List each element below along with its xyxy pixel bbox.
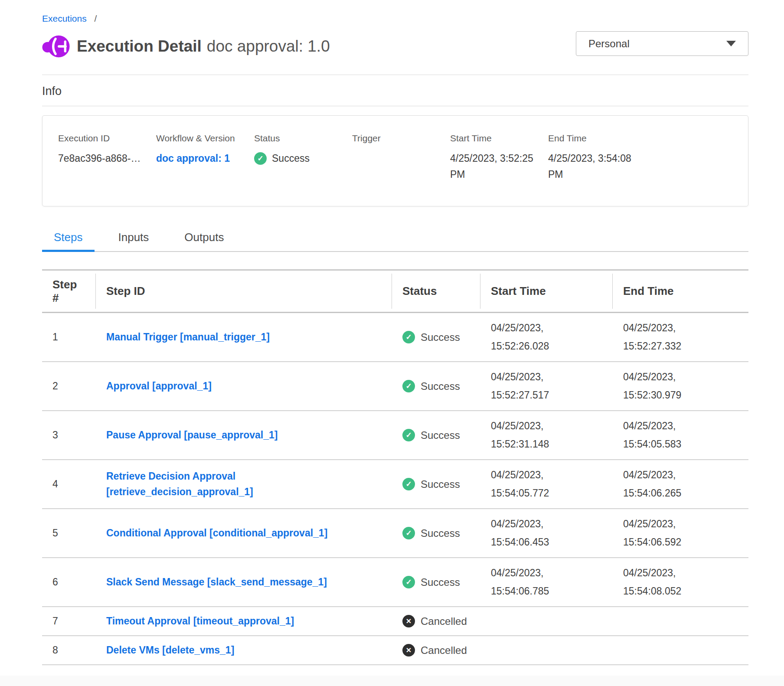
status-cell: ✕Cancelled (392, 639, 480, 662)
header-divider (42, 75, 748, 75)
start-time-cell: 04/25/2023, 15:54:06.453 (480, 510, 613, 556)
table-row: 4Retrieve Decision Approval [retrieve_de… (42, 460, 748, 509)
steps-table-body: 1Manual Trigger [manual_trigger_1]✓Succe… (42, 313, 748, 665)
status-cell: ✕Cancelled (392, 610, 480, 633)
breadcrumb-separator: / (95, 13, 97, 23)
end-time-cell (613, 645, 748, 656)
cancelled-icon: ✕ (402, 644, 415, 657)
info-field-value: 4/25/2023, 3:54:08 PM (548, 150, 646, 183)
end-time-cell: 04/25/2023, 15:54:05.583 (613, 412, 748, 458)
status-text: Cancelled (421, 644, 467, 657)
step-id-cell: Approval [approval_1] (96, 373, 392, 399)
start-time-cell: 04/25/2023, 15:52:31.148 (480, 412, 613, 458)
step-link[interactable]: Manual Trigger [manual_trigger_1] (106, 330, 270, 345)
breadcrumb-link-executions[interactable]: Executions (42, 13, 87, 23)
info-field-trigger: Trigger (352, 133, 450, 183)
start-time-value: 04/25/2023, 15:52:27.517 (491, 368, 568, 404)
end-time-value: 04/25/2023, 15:52:30.979 (623, 368, 700, 404)
status-text: Success (272, 150, 310, 167)
step-id-cell: Manual Trigger [manual_trigger_1] (96, 324, 392, 350)
table-row: 5Conditional Approval [conditional_appro… (42, 509, 748, 558)
breadcrumb: Executions / (42, 13, 748, 24)
status-text: Success (421, 527, 460, 539)
start-time-cell: 04/25/2023, 15:54:06.785 (480, 559, 613, 605)
success-icon: ✓ (254, 152, 267, 165)
end-time-cell: 04/25/2023, 15:54:06.265 (613, 461, 748, 507)
info-field-label: End Time (548, 133, 646, 144)
start-time-cell: 04/25/2023, 15:54:05.772 (480, 461, 613, 507)
end-time-value: 04/25/2023, 15:52:27.332 (623, 319, 700, 355)
step-id-cell: Conditional Approval [conditional_approv… (96, 520, 392, 546)
status-cell: ✓Success (392, 424, 480, 447)
end-time-value: 04/25/2023, 15:54:05.583 (623, 417, 700, 453)
execution-detail-page: Executions / Execution Detaildoc approva… (0, 0, 784, 665)
info-field-value: 4/25/2023, 3:52:25 PM (450, 150, 548, 183)
column-header-step: Step # (42, 271, 96, 312)
steps-table-header: Step #Step IDStatusStart TimeEnd Time (42, 271, 748, 313)
step-number: 2 (42, 375, 96, 397)
footer-strip (0, 676, 784, 686)
step-id-cell: Timeout Approval [timeout_approval_1] (96, 608, 392, 634)
info-field-workflow-version: Workflow & Versiondoc approval: 1 (156, 133, 254, 183)
step-number: 5 (42, 522, 96, 544)
cancelled-icon: ✕ (402, 615, 415, 627)
tab-inputs[interactable]: Inputs (107, 231, 161, 251)
step-number: 6 (42, 571, 96, 593)
column-header-start-time: Start Time (480, 271, 613, 312)
info-field-execution-id: Execution ID7e8ac396-a868-… (58, 133, 156, 183)
end-time-cell: 04/25/2023, 15:54:08.052 (613, 559, 748, 605)
info-field-status: Status✓Success (254, 133, 352, 183)
table-row: 8Delete VMs [delete_vms_1]✕Cancelled (42, 636, 748, 665)
table-row: 7Timeout Approval [timeout_approval_1]✕C… (42, 607, 748, 636)
step-link[interactable]: Slack Send Message [slack_send_message_1… (106, 575, 327, 590)
success-icon: ✓ (402, 331, 415, 343)
page-subtitle: doc approval: 1.0 (207, 37, 330, 55)
status-text: Cancelled (421, 615, 467, 627)
start-time-value: 04/25/2023, 15:52:26.028 (491, 319, 568, 355)
info-card: Execution ID7e8ac396-a868-…Workflow & Ve… (42, 115, 748, 206)
step-link[interactable]: Approval [approval_1] (106, 379, 212, 394)
info-field-start-time: Start Time4/25/2023, 3:52:25 PM (450, 133, 548, 183)
info-fields: Execution ID7e8ac396-a868-…Workflow & Ve… (58, 133, 748, 183)
table-row: 1Manual Trigger [manual_trigger_1]✓Succe… (42, 313, 748, 362)
info-status-value: ✓Success (254, 150, 352, 167)
info-heading: Info (42, 85, 748, 98)
column-header-end-time: End Time (613, 271, 748, 312)
step-number: 8 (42, 639, 96, 661)
tabs: StepsInputsOutputs (42, 231, 748, 252)
start-time-value: 04/25/2023, 15:54:05.772 (491, 466, 568, 502)
step-number: 4 (42, 473, 96, 495)
chevron-down-icon (726, 41, 736, 46)
info-field-label: Status (254, 133, 352, 144)
info-field-label: Workflow & Version (156, 133, 254, 144)
success-icon: ✓ (402, 380, 415, 392)
start-time-value: 04/25/2023, 15:54:06.785 (491, 564, 568, 600)
title-row: Execution Detaildoc approval: 1.0 Person… (42, 33, 748, 60)
status-cell: ✓Success (392, 571, 480, 594)
step-link[interactable]: Retrieve Decision Approval [retrieve_dec… (106, 469, 366, 500)
tab-outputs[interactable]: Outputs (173, 231, 235, 251)
column-header-step-id: Step ID (96, 271, 392, 312)
step-id-cell: Retrieve Decision Approval [retrieve_dec… (96, 464, 392, 505)
start-time-value: 04/25/2023, 15:54:06.453 (491, 515, 568, 551)
scope-select[interactable]: Personal (576, 31, 748, 56)
workflow-version-link[interactable]: doc approval: 1 (156, 150, 254, 167)
success-icon: ✓ (402, 527, 415, 539)
info-field-label: Start Time (450, 133, 548, 144)
steps-table: Step #Step IDStatusStart TimeEnd Time 1M… (42, 269, 748, 665)
end-time-cell: 04/25/2023, 15:54:06.592 (613, 510, 748, 556)
status-text: Success (421, 576, 460, 588)
step-link[interactable]: Conditional Approval [conditional_approv… (106, 526, 327, 541)
step-link[interactable]: Delete VMs [delete_vms_1] (106, 643, 234, 658)
info-field-end-time: End Time4/25/2023, 3:54:08 PM (548, 133, 646, 183)
tab-steps[interactable]: Steps (42, 231, 95, 251)
step-link[interactable]: Pause Approval [pause_approval_1] (106, 428, 278, 443)
end-time-cell (613, 616, 748, 627)
step-number: 3 (42, 424, 96, 446)
status-text: Success (421, 429, 460, 441)
workflow-icon (42, 34, 70, 59)
start-time-cell (480, 645, 613, 656)
step-link[interactable]: Timeout Approval [timeout_approval_1] (106, 614, 294, 629)
status-text: Success (421, 331, 460, 343)
info-divider (42, 106, 748, 106)
